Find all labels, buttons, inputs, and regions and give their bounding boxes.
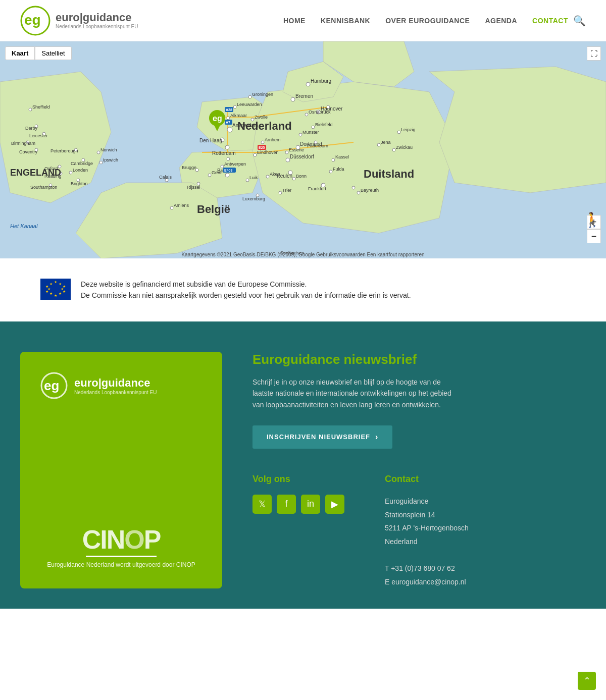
map-label-engeland: ENGELAND (10, 168, 61, 178)
nav-agenda[interactable]: AGENDA (485, 17, 517, 25)
svg-text:Het Kanaal: Het Kanaal (10, 223, 38, 229)
map-satelliet-button[interactable]: Satelliet (35, 46, 71, 60)
cinop-tagline: Euroguidance Nederland wordt uitgevoerd … (40, 561, 202, 568)
svg-text:Antwerpen: Antwerpen (224, 161, 246, 167)
main-nav: HOME KENNISBANK OVER EUROGUIDANCE AGENDA… (283, 17, 568, 25)
facebook-button[interactable]: f (277, 495, 296, 514)
svg-text:Brighton: Brighton (71, 181, 88, 186)
map-fullscreen-button[interactable]: ⛶ (587, 46, 601, 61)
svg-point-30 (254, 153, 257, 156)
search-button[interactable]: 🔍 (573, 15, 586, 27)
svg-text:eg: eg (213, 114, 222, 123)
cinop-logo: CINOP (40, 524, 202, 555)
svg-text:Rijssel: Rijssel (187, 185, 200, 190)
newsletter-description: Schrijf je in op onze nieuwsbrief en bli… (252, 376, 454, 410)
svg-text:Luxemburg: Luxemburg (242, 196, 265, 201)
svg-point-46 (208, 174, 211, 177)
svg-text:Luik: Luik (249, 175, 258, 180)
svg-text:Peterborough: Peterborough (50, 148, 78, 153)
svg-point-64 (97, 151, 100, 154)
svg-text:★: ★ (49, 282, 53, 286)
street-view-person: 🚶 (583, 211, 601, 228)
map-label-nederland: Nederland (237, 120, 292, 133)
svg-point-88 (279, 191, 282, 194)
svg-text:Fulda: Fulda (333, 167, 344, 172)
newsletter-button[interactable]: INSCHRIJVEN NIEUWSBRIEF › (252, 425, 392, 449)
contact-title: Contact (385, 474, 469, 484)
svg-point-72 (299, 133, 302, 136)
logo-main-text: euro|guidance (56, 12, 138, 24)
svg-text:Brugge: Brugge (182, 165, 196, 170)
svg-text:★: ★ (54, 280, 57, 284)
svg-text:E25: E25 (259, 146, 265, 149)
svg-text:Frankfurt: Frankfurt (308, 186, 327, 191)
svg-marker-136 (213, 123, 221, 131)
svg-text:E403: E403 (224, 169, 232, 172)
map-section: Amsterdam Den Haag Rotterdam Hamburg Bre… (0, 41, 606, 258)
map-kaart-button[interactable]: Kaart (5, 46, 35, 60)
svg-text:Derby: Derby (25, 126, 38, 131)
footer-contact: Contact Euroguidance Stationsplein 14 52… (385, 474, 469, 588)
svg-text:Münster: Münster (302, 130, 319, 135)
svg-point-36 (286, 158, 290, 162)
linkedin-icon: in (307, 499, 314, 509)
svg-text:★: ★ (54, 294, 57, 297)
site-header: eg euro|guidance Nederlands Loopbaankenn… (0, 0, 606, 41)
svg-text:Kassel: Kassel (335, 154, 349, 159)
twitter-icon: 𝕏 (259, 499, 266, 510)
contact-info: Euroguidance Stationsplein 14 5211 AP 's… (385, 495, 469, 588)
map-background[interactable]: Amsterdam Den Haag Rotterdam Hamburg Bre… (0, 41, 606, 258)
zoom-out-button[interactable]: − (587, 229, 601, 243)
svg-point-20 (225, 145, 229, 149)
map-attribution: Kaartgegevens ©2021 GeoBasis-DE/BKG (©20… (0, 252, 606, 257)
twitter-button[interactable]: 𝕏 (252, 495, 272, 514)
svg-text:★: ★ (49, 292, 53, 295)
svg-text:Rotterdam: Rotterdam (212, 150, 236, 156)
svg-point-96 (352, 186, 355, 189)
svg-point-70 (312, 126, 315, 129)
svg-point-101 (397, 131, 400, 134)
svg-text:★: ★ (59, 292, 62, 295)
svg-text:Amiens: Amiens (174, 203, 189, 208)
svg-text:Eindhoven: Eindhoven (257, 150, 279, 155)
fullscreen-icon[interactable]: ⛶ (587, 46, 601, 61)
svg-text:★: ★ (59, 282, 62, 286)
svg-text:Leicester: Leicester (29, 133, 48, 138)
contact-email-link[interactable]: E euroguidance@cinop.nl (385, 578, 466, 586)
svg-point-106 (285, 151, 288, 154)
logo-icon: eg (20, 6, 50, 36)
svg-text:Alkmaar: Alkmaar (230, 113, 247, 118)
svg-text:Leeuwarden: Leeuwarden (237, 102, 262, 107)
svg-text:A28: A28 (226, 108, 232, 112)
svg-text:Birmingham: Birmingham (11, 141, 35, 146)
contact-email: E euroguidance@cinop.nl (385, 575, 469, 589)
svg-text:Arnhem: Arnhem (265, 137, 281, 142)
svg-text:★: ★ (63, 285, 66, 288)
map-svg: Amsterdam Den Haag Rotterdam Hamburg Bre… (0, 41, 606, 258)
svg-text:Zwickau: Zwickau (396, 145, 413, 150)
footer-logo-text: euro|guidance Nederlands Loopbaankennisp… (74, 376, 157, 395)
svg-point-24 (291, 97, 295, 101)
map-location-pin: eg (208, 109, 226, 135)
svg-text:Trier: Trier (282, 188, 291, 193)
footer-logo: eg euro|guidance Nederlands Loopbaankenn… (40, 372, 157, 400)
svg-point-58 (29, 108, 32, 111)
svg-point-54 (248, 95, 251, 98)
svg-text:Cambridge: Cambridge (71, 161, 93, 166)
nav-home[interactable]: HOME (283, 17, 306, 25)
svg-text:Zwolle: Zwolle (255, 115, 268, 120)
contact-phone: T +31 (0)73 680 07 62 (385, 562, 469, 575)
linkedin-button[interactable]: in (301, 495, 320, 514)
nav-contact[interactable]: CONTACT (532, 17, 568, 25)
footer: eg euro|guidance Nederlands Loopbaankenn… (0, 321, 606, 609)
logo[interactable]: eg euro|guidance Nederlands Loopbaankenn… (20, 6, 138, 36)
newsletter-btn-label: INSCHRIJVEN NIEUWSBRIEF (267, 433, 370, 441)
eu-disclaimer-section: ★ ★ ★ ★ ★ ★ ★ ★ ★ ★ ★ ★ Deze website is … (0, 258, 606, 321)
nav-over[interactable]: OVER EUROGUIDANCE (385, 17, 470, 25)
svg-text:Bonn: Bonn (296, 174, 307, 179)
nav-kennisbank[interactable]: KENNISBANK (321, 17, 370, 25)
svg-point-62 (69, 171, 72, 174)
logo-sub-text: Nederlands Loopbaankennispunt EU (56, 24, 138, 29)
youtube-button[interactable]: ▶ (325, 495, 344, 514)
svg-point-124 (227, 117, 230, 120)
